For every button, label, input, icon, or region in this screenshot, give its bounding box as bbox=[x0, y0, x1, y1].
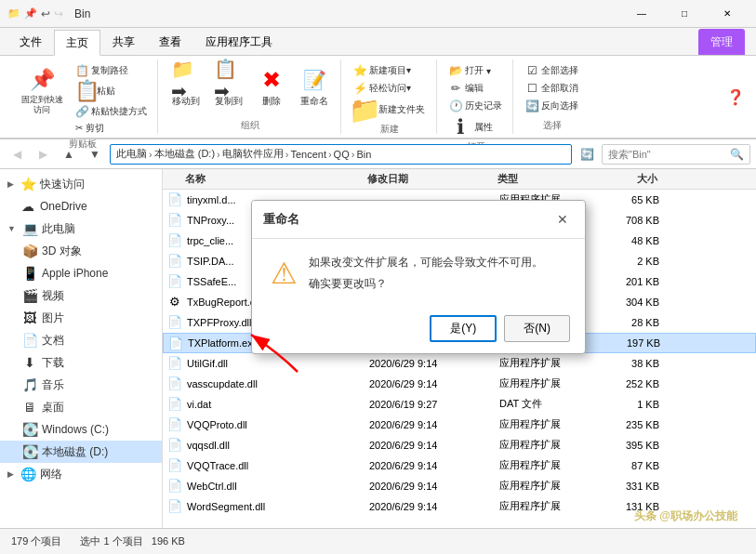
table-row[interactable]: 📄 VQQTrace.dll 2020/6/29 9:14 应用程序扩展 87 … bbox=[163, 455, 756, 476]
edit-btn[interactable]: ✏ 编辑 bbox=[446, 81, 486, 96]
sidebar-item-pictures[interactable]: 🖼 图片 bbox=[0, 307, 162, 329]
dialog-yes-button[interactable]: 是(Y) bbox=[430, 315, 497, 342]
select-all-icon: ☑ bbox=[525, 64, 538, 77]
delete-btn[interactable]: ✖ 删除 bbox=[253, 63, 290, 110]
new-folder-btn[interactable]: 📁 新建文件夹 bbox=[351, 99, 429, 121]
copy-to-btn[interactable]: 📋➡ 复制到 bbox=[210, 63, 247, 110]
deselect-all-btn[interactable]: ☐ 全部取消 bbox=[523, 81, 581, 96]
sidebar-label-music: 音乐 bbox=[42, 377, 64, 393]
sidebar-item-windows-c[interactable]: 💽 Windows (C:) bbox=[0, 418, 162, 441]
recent-btn[interactable]: ▼ bbox=[84, 143, 106, 165]
sidebar-item-local-d[interactable]: 💽 本地磁盘 (D:) bbox=[0, 441, 162, 463]
rename-btn[interactable]: 📝 重命名 bbox=[296, 63, 333, 110]
title-text: Bin bbox=[74, 7, 90, 20]
sidebar-item-music[interactable]: 🎵 音乐 bbox=[0, 374, 162, 396]
search-input[interactable] bbox=[608, 149, 730, 160]
dialog-footer: 是(Y) 否(N) bbox=[252, 308, 585, 353]
invert-select-icon: 🔄 bbox=[525, 99, 538, 112]
drive-d-icon: 💽 bbox=[22, 444, 37, 459]
path-part-bin[interactable]: Bin bbox=[356, 149, 371, 160]
ribbon-toolbar: 📌 固定到快速访问 📋 复制路径 📋 粘贴 🔗 粘贴快捷方式 bbox=[0, 56, 756, 139]
redo-btn[interactable]: ↪ bbox=[54, 7, 63, 20]
tab-share[interactable]: 共享 bbox=[100, 29, 147, 55]
table-row[interactable]: 📄 vasscupdate.dll 2020/6/29 9:14 应用程序扩展 … bbox=[163, 374, 756, 394]
back-btn[interactable]: ◀ bbox=[6, 143, 28, 165]
pin-quick-access-btn[interactable]: 📌 固定到快速访问 bbox=[15, 63, 69, 117]
pin-icon[interactable]: 📌 bbox=[24, 7, 37, 20]
file-icon: 📄 bbox=[167, 336, 184, 350]
path-part-tencent[interactable]: Tencent bbox=[290, 149, 326, 160]
sidebar-item-3dobjects[interactable]: 📦 3D 对象 bbox=[0, 240, 162, 262]
sidebar-item-documents[interactable]: 📄 文档 bbox=[0, 329, 162, 351]
table-row[interactable]: 📄 UtilGif.dll 2020/6/29 9:14 应用程序扩展 38 K… bbox=[163, 353, 756, 374]
path-part-computer[interactable]: 此电脑 bbox=[116, 147, 147, 161]
table-row[interactable]: 📄 WordSegment.dll 2020/6/29 9:14 应用程序扩展 … bbox=[163, 496, 756, 517]
select-all-btn[interactable]: ☑ 全部选择 bbox=[523, 63, 581, 78]
col-header-size[interactable]: 大小 bbox=[590, 172, 665, 186]
table-row[interactable]: 📄 WebCtrl.dll 2020/6/29 9:14 应用程序扩展 331 … bbox=[163, 476, 756, 496]
path-part-software[interactable]: 电脑软件应用 bbox=[222, 147, 284, 161]
search-box[interactable]: 🔍 bbox=[602, 144, 750, 165]
sidebar-item-desktop[interactable]: 🖥 桌面 bbox=[0, 396, 162, 418]
sidebar-label-desktop: 桌面 bbox=[42, 400, 64, 416]
sidebar-item-network[interactable]: ▶ 🌐 网络 bbox=[0, 463, 162, 485]
dialog-close-button[interactable]: ✕ bbox=[551, 208, 574, 231]
file-name: vi.dat bbox=[187, 399, 369, 410]
open-btn[interactable]: 📂 打开 ▾ bbox=[446, 63, 494, 78]
sidebar-item-videos[interactable]: 🎬 视频 bbox=[0, 284, 162, 307]
sidebar-item-thispc[interactable]: ▼ 💻 此电脑 bbox=[0, 218, 162, 240]
copy-to-icon: 📋➡ bbox=[214, 65, 244, 95]
move-icon: 📁➡ bbox=[171, 65, 201, 95]
forward-btn[interactable]: ▶ bbox=[32, 143, 54, 165]
address-path[interactable]: 此电脑 › 本地磁盘 (D:) › 电脑软件应用 › Tencent › QQ … bbox=[110, 144, 572, 165]
paste-icon: 📋 bbox=[76, 82, 97, 100]
close-button[interactable]: ✕ bbox=[706, 0, 749, 28]
paste-shortcut-btn[interactable]: 🔗 粘贴快捷方式 bbox=[73, 104, 150, 119]
help-icon[interactable]: ❓ bbox=[726, 88, 745, 106]
move-to-btn[interactable]: 📁➡ 移动到 bbox=[167, 63, 205, 110]
path-part-qq[interactable]: QQ bbox=[334, 149, 350, 160]
properties-icon: ℹ bbox=[450, 118, 471, 137]
col-header-name[interactable]: 名称 bbox=[163, 172, 367, 186]
sidebar-label-downloads: 下载 bbox=[42, 355, 64, 371]
tab-view[interactable]: 查看 bbox=[147, 29, 193, 55]
maximize-button[interactable]: □ bbox=[663, 0, 706, 28]
undo-btn[interactable]: ↩ bbox=[41, 7, 50, 20]
dialog-no-button[interactable]: 否(N) bbox=[504, 315, 570, 342]
paste-btn[interactable]: 📋 粘贴 bbox=[73, 80, 150, 102]
table-row[interactable]: 📄 vi.dat 2020/6/19 9:27 DAT 文件 1 KB bbox=[163, 394, 756, 415]
sidebar-item-downloads[interactable]: ⬇ 下载 bbox=[0, 351, 162, 374]
col-header-type[interactable]: 类型 bbox=[497, 172, 590, 186]
col-header-date[interactable]: 修改日期 bbox=[367, 172, 497, 186]
cut-btn[interactable]: ✂ 剪切 bbox=[73, 121, 150, 136]
tab-app-tools[interactable]: 应用程序工具 bbox=[193, 29, 285, 55]
sidebar-item-onedrive[interactable]: ▶ ☁ OneDrive bbox=[0, 195, 162, 218]
history-btn[interactable]: 🕐 历史记录 bbox=[446, 99, 505, 113]
title-bar: 📁 📌 ↩ ↪ Bin — □ ✕ bbox=[0, 0, 756, 28]
sidebar-label-onedrive: OneDrive bbox=[40, 200, 87, 213]
properties-btn[interactable]: ℹ 属性 bbox=[446, 116, 497, 138]
file-icon: 📄 bbox=[166, 438, 183, 452]
file-name: VQQTrace.dll bbox=[187, 460, 369, 471]
search-icon: 🔍 bbox=[730, 148, 744, 161]
file-size: 235 KB bbox=[592, 419, 667, 430]
up-btn[interactable]: ▲ bbox=[58, 143, 80, 165]
tab-manage[interactable]: 管理 bbox=[698, 29, 745, 55]
file-type: 应用程序扩展 bbox=[499, 356, 592, 370]
minimize-button[interactable]: — bbox=[620, 0, 663, 28]
copy-path-btn[interactable]: 📋 复制路径 bbox=[73, 63, 150, 78]
expand-thispc-icon: ▼ bbox=[7, 224, 16, 233]
edit-icon: ✏ bbox=[449, 82, 462, 95]
sidebar-item-quickaccess[interactable]: ▶ ⭐ 快速访问 bbox=[0, 173, 162, 195]
tab-home[interactable]: 主页 bbox=[54, 30, 100, 56]
tab-file[interactable]: 文件 bbox=[7, 29, 54, 55]
file-icon: 📄 bbox=[166, 192, 183, 206]
table-row[interactable]: 📄 VQQProto.dll 2020/6/29 9:14 应用程序扩展 235… bbox=[163, 415, 756, 435]
new-item-btn[interactable]: ⭐ 新建项目▾ bbox=[351, 63, 414, 78]
table-row[interactable]: 📄 vqqsdl.dll 2020/6/29 9:14 应用程序扩展 395 K… bbox=[163, 435, 756, 455]
sidebar-item-iphone[interactable]: 📱 Apple iPhone bbox=[0, 262, 162, 284]
file-name: WebCtrl.dll bbox=[187, 481, 369, 492]
refresh-btn[interactable]: 🔄 bbox=[576, 143, 598, 165]
invert-select-btn[interactable]: 🔄 反向选择 bbox=[523, 99, 581, 113]
path-part-drive[interactable]: 本地磁盘 (D:) bbox=[154, 147, 215, 161]
